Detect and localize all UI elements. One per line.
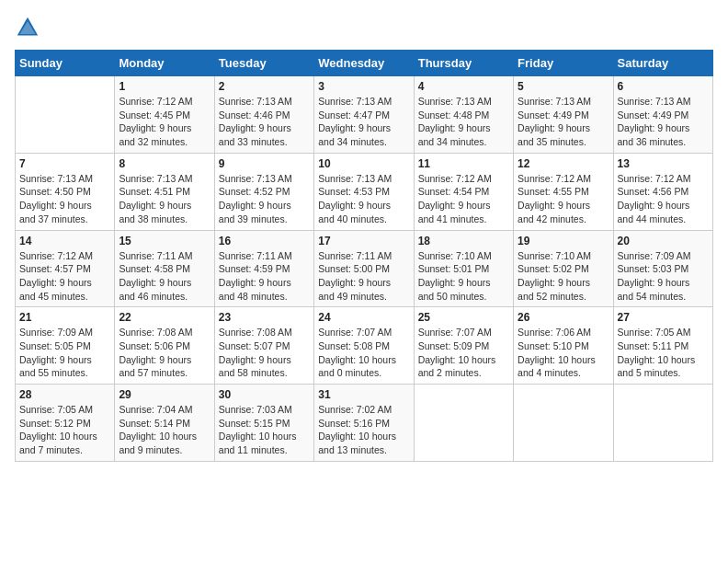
day-info: Sunrise: 7:12 AMSunset: 4:56 PMDaylight:… [618,172,709,226]
day-info: Sunrise: 7:05 AMSunset: 5:11 PMDaylight:… [618,326,709,380]
table-row: 22Sunrise: 7:08 AMSunset: 5:06 PMDayligh… [115,307,214,385]
table-row [414,385,513,462]
table-row: 29Sunrise: 7:04 AMSunset: 5:14 PMDayligh… [115,385,214,462]
calendar-day-header: Sunday [16,51,115,76]
table-row: 30Sunrise: 7:03 AMSunset: 5:15 PMDayligh… [214,385,313,462]
day-number: 12 [518,157,609,170]
table-row: 27Sunrise: 7:05 AMSunset: 5:11 PMDayligh… [613,307,712,385]
day-info: Sunrise: 7:13 AMSunset: 4:47 PMDaylight:… [318,95,409,149]
day-info: Sunrise: 7:13 AMSunset: 4:52 PMDaylight:… [219,172,310,226]
day-number: 7 [19,157,110,170]
day-number: 2 [219,80,310,93]
day-info: Sunrise: 7:13 AMSunset: 4:48 PMDaylight:… [418,95,509,149]
table-row: 4Sunrise: 7:13 AMSunset: 4:48 PMDaylight… [414,76,513,154]
day-info: Sunrise: 7:10 AMSunset: 5:02 PMDaylight:… [518,249,609,304]
table-row [514,385,613,462]
day-info: Sunrise: 7:13 AMSunset: 4:53 PMDaylight:… [318,172,409,226]
day-info: Sunrise: 7:07 AMSunset: 5:09 PMDaylight:… [418,326,509,380]
table-row: 26Sunrise: 7:06 AMSunset: 5:10 PMDayligh… [514,307,613,385]
day-number: 1 [119,80,210,93]
calendar-week-row: 21Sunrise: 7:09 AMSunset: 5:05 PMDayligh… [16,307,713,385]
day-number: 10 [318,157,409,170]
table-row: 18Sunrise: 7:10 AMSunset: 5:01 PMDayligh… [414,230,513,307]
day-number: 19 [518,235,609,247]
day-info: Sunrise: 7:12 AMSunset: 4:55 PMDaylight:… [518,172,609,226]
calendar-day-header: Wednesday [314,51,414,76]
calendar-day-header: Thursday [414,51,513,76]
calendar-week-row: 28Sunrise: 7:05 AMSunset: 5:12 PMDayligh… [16,385,713,462]
day-info: Sunrise: 7:12 AMSunset: 4:57 PMDaylight:… [19,249,110,304]
day-info: Sunrise: 7:11 AMSunset: 4:58 PMDaylight:… [119,249,210,304]
day-number: 21 [19,311,110,324]
day-info: Sunrise: 7:11 AMSunset: 4:59 PMDaylight:… [219,249,310,304]
table-row: 24Sunrise: 7:07 AMSunset: 5:08 PMDayligh… [314,307,414,385]
day-info: Sunrise: 7:08 AMSunset: 5:07 PMDaylight:… [219,326,310,380]
table-row: 15Sunrise: 7:11 AMSunset: 4:58 PMDayligh… [115,230,214,307]
calendar-week-row: 14Sunrise: 7:12 AMSunset: 4:57 PMDayligh… [16,230,713,307]
day-number: 20 [618,235,709,247]
table-row: 13Sunrise: 7:12 AMSunset: 4:56 PMDayligh… [613,153,712,230]
table-row: 12Sunrise: 7:12 AMSunset: 4:55 PMDayligh… [514,153,613,230]
day-number: 23 [219,311,310,324]
day-number: 13 [618,157,709,170]
table-row: 7Sunrise: 7:13 AMSunset: 4:50 PMDaylight… [16,153,115,230]
day-info: Sunrise: 7:02 AMSunset: 5:16 PMDaylight:… [318,403,409,457]
table-row: 14Sunrise: 7:12 AMSunset: 4:57 PMDayligh… [16,230,115,307]
day-number: 5 [518,80,609,93]
day-info: Sunrise: 7:13 AMSunset: 4:46 PMDaylight:… [219,95,310,149]
day-number: 22 [119,311,210,324]
day-number: 17 [318,235,409,247]
table-row: 31Sunrise: 7:02 AMSunset: 5:16 PMDayligh… [314,385,414,462]
day-info: Sunrise: 7:08 AMSunset: 5:06 PMDaylight:… [119,326,210,380]
table-row [613,385,712,462]
table-row: 9Sunrise: 7:13 AMSunset: 4:52 PMDaylight… [214,153,313,230]
day-number: 28 [19,388,110,401]
day-info: Sunrise: 7:13 AMSunset: 4:50 PMDaylight:… [19,172,110,226]
table-row: 16Sunrise: 7:11 AMSunset: 4:59 PMDayligh… [214,230,313,307]
day-number: 15 [119,235,210,247]
table-row [16,76,115,154]
day-number: 31 [318,388,409,401]
table-row: 3Sunrise: 7:13 AMSunset: 4:47 PMDaylight… [314,76,414,154]
day-info: Sunrise: 7:09 AMSunset: 5:05 PMDaylight:… [19,326,110,380]
day-number: 3 [318,80,409,93]
logo [15,15,44,40]
table-row: 5Sunrise: 7:13 AMSunset: 4:49 PMDaylight… [514,76,613,154]
calendar-day-header: Saturday [613,51,712,76]
table-row: 19Sunrise: 7:10 AMSunset: 5:02 PMDayligh… [514,230,613,307]
day-number: 9 [219,157,310,170]
day-number: 24 [318,311,409,324]
table-row: 25Sunrise: 7:07 AMSunset: 5:09 PMDayligh… [414,307,513,385]
table-row: 6Sunrise: 7:13 AMSunset: 4:49 PMDaylight… [613,76,712,154]
calendar-week-row: 1Sunrise: 7:12 AMSunset: 4:45 PMDaylight… [16,76,713,154]
day-info: Sunrise: 7:07 AMSunset: 5:08 PMDaylight:… [318,326,409,380]
calendar-table: SundayMondayTuesdayWednesdayThursdayFrid… [15,50,713,462]
day-number: 29 [119,388,210,401]
day-number: 4 [418,80,509,93]
day-number: 27 [618,311,709,324]
table-row: 8Sunrise: 7:13 AMSunset: 4:51 PMDaylight… [115,153,214,230]
day-info: Sunrise: 7:05 AMSunset: 5:12 PMDaylight:… [19,403,110,457]
table-row: 21Sunrise: 7:09 AMSunset: 5:05 PMDayligh… [16,307,115,385]
day-number: 30 [219,388,310,401]
calendar-day-header: Monday [115,51,214,76]
day-number: 16 [219,235,310,247]
page-header [15,15,713,40]
day-info: Sunrise: 7:10 AMSunset: 5:01 PMDaylight:… [418,249,509,304]
day-number: 14 [19,235,110,247]
day-info: Sunrise: 7:04 AMSunset: 5:14 PMDaylight:… [119,403,210,457]
day-info: Sunrise: 7:03 AMSunset: 5:15 PMDaylight:… [219,403,310,457]
calendar-day-header: Tuesday [214,51,313,76]
day-info: Sunrise: 7:13 AMSunset: 4:49 PMDaylight:… [618,95,709,149]
table-row: 28Sunrise: 7:05 AMSunset: 5:12 PMDayligh… [16,385,115,462]
day-info: Sunrise: 7:11 AMSunset: 5:00 PMDaylight:… [318,249,409,304]
calendar-day-header: Friday [514,51,613,76]
day-info: Sunrise: 7:13 AMSunset: 4:49 PMDaylight:… [518,95,609,149]
day-info: Sunrise: 7:09 AMSunset: 5:03 PMDaylight:… [618,249,709,304]
day-info: Sunrise: 7:12 AMSunset: 4:54 PMDaylight:… [418,172,509,226]
day-number: 25 [418,311,509,324]
day-number: 26 [518,311,609,324]
table-row: 23Sunrise: 7:08 AMSunset: 5:07 PMDayligh… [214,307,313,385]
day-info: Sunrise: 7:13 AMSunset: 4:51 PMDaylight:… [119,172,210,226]
day-number: 8 [119,157,210,170]
